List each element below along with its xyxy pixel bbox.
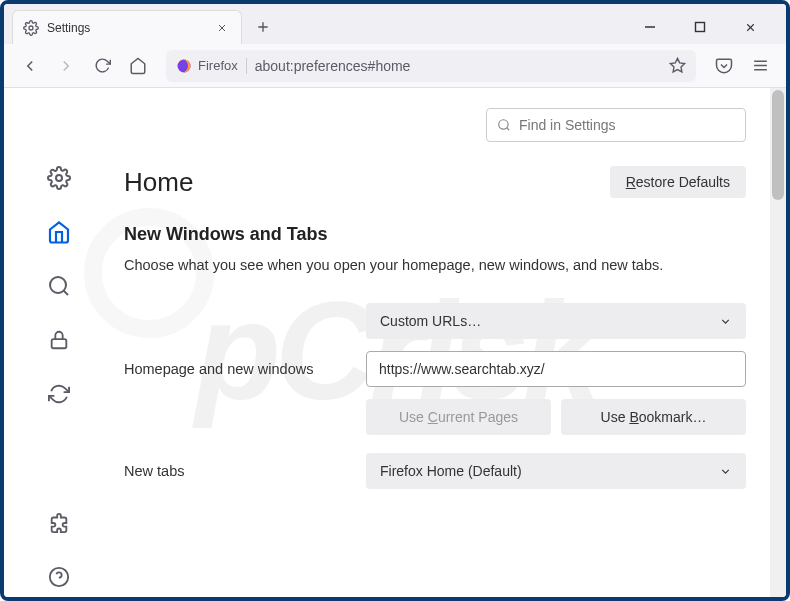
window-controls: [634, 11, 778, 43]
use-current-pages-button[interactable]: Use Current Pages: [366, 399, 551, 435]
settings-sidebar: [4, 88, 114, 597]
close-icon[interactable]: [213, 19, 231, 37]
homepage-label: Homepage and new windows: [124, 361, 354, 377]
main-panel: Find in Settings Home Restore Defaults N…: [114, 88, 786, 597]
use-bookmark-button[interactable]: Use Bookmark…: [561, 399, 746, 435]
tab-title: Settings: [47, 21, 205, 35]
identity-box[interactable]: Firefox: [176, 58, 247, 74]
gear-icon: [23, 20, 39, 36]
select-value: Custom URLs…: [380, 313, 481, 329]
chevron-down-icon: [719, 315, 732, 328]
scrollbar[interactable]: [770, 88, 786, 597]
find-in-settings[interactable]: Find in Settings: [486, 108, 746, 142]
home-button[interactable]: [122, 50, 154, 82]
identity-label: Firefox: [198, 58, 238, 73]
content-area: pCrisk Find in Settings Home Restore Def: [4, 88, 786, 597]
svg-point-20: [499, 120, 508, 129]
sidebar-general[interactable]: [39, 158, 79, 198]
svg-line-16: [64, 291, 68, 295]
maximize-button[interactable]: [684, 11, 716, 43]
homepage-mode-select[interactable]: Custom URLs…: [366, 303, 746, 339]
new-tab-button[interactable]: [248, 12, 278, 42]
forward-button[interactable]: [50, 50, 82, 82]
search-icon: [497, 118, 511, 132]
tab-settings[interactable]: Settings: [12, 10, 242, 44]
svg-marker-10: [670, 58, 684, 71]
section-heading: New Windows and Tabs: [124, 224, 746, 245]
url-bar[interactable]: Firefox about:preferences#home: [166, 50, 696, 82]
chevron-down-icon: [719, 465, 732, 478]
svg-point-0: [29, 26, 33, 30]
sidebar-home[interactable]: [39, 212, 79, 252]
page-title: Home: [124, 167, 193, 198]
sidebar-privacy[interactable]: [39, 320, 79, 360]
minimize-button[interactable]: [634, 11, 666, 43]
sidebar-help[interactable]: [39, 557, 79, 597]
tab-strip: Settings: [4, 4, 786, 44]
svg-point-14: [56, 175, 62, 181]
close-window-button[interactable]: [734, 11, 766, 43]
sidebar-sync[interactable]: [39, 374, 79, 414]
firefox-logo-icon: [176, 58, 192, 74]
svg-rect-6: [696, 23, 705, 32]
svg-point-15: [50, 277, 66, 293]
sidebar-extensions[interactable]: [39, 503, 79, 543]
section-description: Choose what you see when you open your h…: [124, 255, 746, 275]
menu-button[interactable]: [744, 50, 776, 82]
svg-rect-17: [52, 339, 67, 348]
scroll-thumb[interactable]: [772, 90, 784, 200]
back-button[interactable]: [14, 50, 46, 82]
homepage-url-input[interactable]: [366, 351, 746, 387]
svg-line-21: [507, 128, 510, 131]
select-value: Firefox Home (Default): [380, 463, 522, 479]
url-text: about:preferences#home: [255, 58, 661, 74]
newtabs-label: New tabs: [124, 463, 354, 479]
toolbar: Firefox about:preferences#home: [4, 44, 786, 88]
pocket-icon[interactable]: [708, 50, 740, 82]
sidebar-search[interactable]: [39, 266, 79, 306]
star-icon[interactable]: [669, 57, 686, 74]
find-placeholder: Find in Settings: [519, 117, 616, 133]
reload-button[interactable]: [86, 50, 118, 82]
newtabs-mode-select[interactable]: Firefox Home (Default): [366, 453, 746, 489]
restore-defaults-button[interactable]: Restore Defaults: [610, 166, 746, 198]
